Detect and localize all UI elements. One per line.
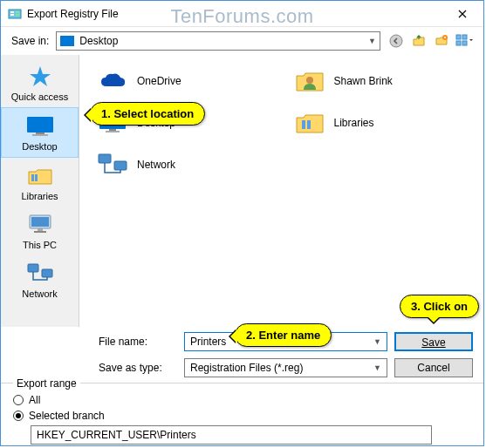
user-folder-icon [294, 67, 325, 95]
file-item-onedrive[interactable]: OneDrive [93, 64, 273, 98]
svg-rect-10 [462, 41, 467, 45]
svg-rect-15 [35, 174, 38, 181]
svg-rect-7 [456, 35, 461, 39]
place-this-pc[interactable]: This PC [1, 207, 79, 255]
svg-rect-28 [99, 154, 111, 163]
svg-rect-1 [10, 11, 14, 13]
callout-click-on: 3. Click on [400, 295, 479, 318]
libraries-icon [294, 109, 325, 137]
place-libraries[interactable]: Libraries [1, 158, 79, 207]
main-area: Quick access Desktop Libraries This PC N… [1, 55, 483, 327]
svg-rect-9 [456, 41, 461, 45]
save-as-type-dropdown[interactable]: Registration Files (*.reg) ▼ [184, 358, 387, 377]
network-icon [24, 261, 56, 287]
save-in-label: Save in: [11, 35, 49, 47]
view-menu-icon[interactable] [455, 32, 473, 50]
file-label: Network [137, 159, 175, 171]
export-range-legend: Export range [13, 377, 80, 390]
desktop-icon [60, 36, 74, 46]
file-item-user[interactable]: Shawn Brink [291, 64, 470, 98]
chevron-down-icon: ▼ [373, 363, 381, 372]
place-label: Network [22, 288, 57, 299]
place-label: Libraries [21, 191, 58, 201]
callout-enter-name: 2. Enter name [235, 323, 332, 347]
svg-rect-25 [106, 131, 120, 132]
radio-all-row[interactable]: All [13, 394, 471, 406]
desktop-icon [24, 113, 56, 139]
svg-rect-17 [31, 217, 49, 227]
file-item-libraries[interactable]: Libraries [291, 105, 470, 140]
chevron-down-icon: ▼ [373, 337, 381, 346]
radio-selected-row[interactable]: Selected branch [13, 410, 471, 422]
save-in-value: Desktop [79, 35, 118, 47]
svg-rect-18 [38, 228, 43, 231]
file-item-network[interactable]: Network [93, 147, 273, 182]
titlebar: Export Registry File [1, 1, 483, 27]
place-network[interactable]: Network [1, 255, 79, 304]
branch-path-input[interactable]: HKEY_CURRENT_USER\Printers [31, 425, 432, 445]
svg-rect-27 [307, 120, 311, 129]
back-icon[interactable] [387, 32, 405, 50]
svg-point-5 [390, 35, 402, 47]
export-range-group: Export range All Selected branch HKEY_CU… [1, 383, 483, 448]
svg-rect-14 [31, 174, 34, 181]
svg-rect-12 [36, 132, 44, 134]
file-label: Shawn Brink [334, 75, 393, 87]
callout-select-location: 1. Select location [90, 102, 205, 126]
place-desktop[interactable]: Desktop [1, 107, 79, 158]
network-icon [97, 151, 128, 179]
svg-rect-20 [28, 264, 38, 272]
place-label: Quick access [11, 92, 68, 102]
registry-icon [8, 7, 22, 21]
svg-rect-29 [114, 161, 127, 170]
file-list[interactable]: OneDrive Shawn Brink Desktop Libraries N… [79, 55, 483, 327]
places-bar: Quick access Desktop Libraries This PC N… [1, 55, 79, 327]
window-title: Export Registry File [27, 8, 442, 20]
svg-rect-4 [16, 14, 19, 16]
file-label: Libraries [334, 117, 374, 129]
save-as-type-label: Save as type: [99, 362, 177, 374]
place-label: Desktop [22, 141, 57, 152]
svg-rect-19 [34, 231, 46, 233]
save-button[interactable]: Save [394, 332, 473, 351]
place-quick-access[interactable]: Quick access [1, 58, 79, 107]
libraries-icon [24, 163, 56, 189]
export-registry-dialog: Export Registry File TenForums.com Save … [0, 0, 484, 446]
svg-rect-21 [42, 269, 52, 277]
file-name-label: File name: [99, 336, 177, 348]
radio-selected[interactable] [13, 411, 24, 421]
svg-rect-24 [109, 129, 116, 131]
svg-point-22 [306, 77, 313, 84]
radio-all[interactable] [13, 395, 24, 405]
this-pc-icon [24, 212, 56, 238]
up-icon[interactable] [410, 32, 428, 50]
svg-rect-26 [302, 120, 305, 129]
file-label: OneDrive [137, 75, 181, 87]
onedrive-icon [97, 67, 128, 95]
radio-all-label: All [29, 394, 40, 406]
toolbar-icons [387, 32, 473, 50]
save-in-row: Save in: Desktop ▼ [1, 27, 483, 55]
save-as-type-value: Registration Files (*.reg) [190, 362, 303, 374]
cancel-button[interactable]: Cancel [394, 358, 473, 377]
quick-access-icon [24, 64, 56, 90]
save-in-dropdown[interactable]: Desktop ▼ [56, 31, 380, 51]
branch-path-value: HKEY_CURRENT_USER\Printers [37, 429, 196, 441]
svg-rect-11 [27, 117, 53, 132]
radio-selected-label: Selected branch [29, 410, 105, 422]
svg-rect-2 [10, 14, 14, 16]
close-button[interactable] [442, 2, 482, 26]
new-folder-icon[interactable] [433, 32, 450, 50]
place-label: This PC [23, 240, 57, 250]
svg-rect-3 [16, 11, 19, 13]
svg-rect-13 [32, 134, 48, 136]
svg-rect-8 [462, 35, 467, 39]
chevron-down-icon: ▼ [368, 37, 376, 45]
